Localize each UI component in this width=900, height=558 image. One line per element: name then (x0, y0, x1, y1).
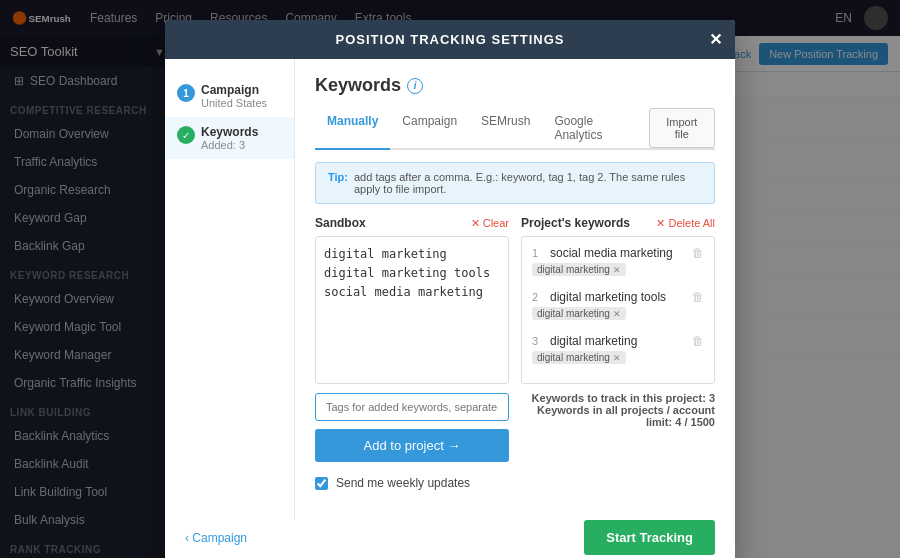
position-tracking-modal: POSITION TRACKING SETTINGS ✕ 1 Campaign … (165, 20, 735, 558)
modal-title: POSITION TRACKING SETTINGS (336, 32, 565, 47)
start-tracking-button[interactable]: Start Tracking (584, 520, 715, 555)
step-1-title: Campaign (201, 83, 267, 97)
tip-text: add tags after a comma. E.g.: keyword, t… (354, 171, 702, 195)
list-item: 1 social media marketing 🗑 digital marke… (526, 241, 710, 281)
step-1-number: 1 (177, 84, 195, 102)
send-updates-checkbox[interactable] (315, 477, 328, 490)
project-header: Project's keywords ✕ Delete All (521, 216, 715, 230)
tag-text: digital marketing (537, 352, 610, 363)
limit-count: Keywords in all projects / account limit… (521, 404, 715, 428)
step-2-info: Keywords Added: 3 (201, 125, 258, 151)
project-keywords-title: Project's keywords (521, 216, 630, 230)
modal-footer: ‹ Campaign Start Tracking (165, 520, 735, 558)
tab-google-analytics[interactable]: Google Analytics (542, 108, 648, 150)
delete-keyword-button[interactable]: 🗑 (692, 246, 704, 260)
keywords-heading: Keywords (315, 75, 401, 96)
info-icon[interactable]: i (407, 78, 423, 94)
back-to-campaign-button[interactable]: ‹ Campaign (185, 531, 247, 545)
sandbox-textarea[interactable]: digital marketing digital marketing tool… (315, 236, 509, 384)
add-to-project-button[interactable]: Add to project → (315, 429, 509, 462)
tags-input[interactable] (315, 393, 509, 421)
keyword-number: 3 (532, 335, 544, 347)
track-value: 3 (709, 392, 715, 404)
list-item: 3 digital marketing 🗑 digital marketing … (526, 329, 710, 369)
modal-body: 1 Campaign United States ✓ Keywords Adde… (165, 59, 735, 520)
keyword-text: social media marketing (550, 246, 686, 260)
keyword-text: digital marketing tools (550, 290, 686, 304)
sandbox-title: Sandbox (315, 216, 366, 230)
modal-steps: 1 Campaign United States ✓ Keywords Adde… (165, 59, 295, 520)
tip-label: Tip: (328, 171, 348, 183)
tab-semrush[interactable]: SEMrush (469, 108, 542, 150)
keyword-number: 1 (532, 247, 544, 259)
delete-all-button[interactable]: ✕ Delete All (656, 217, 715, 230)
keyword-tabs: Manually Campaign SEMrush Google Analyti… (315, 108, 715, 150)
send-updates-row: Send me weekly updates (315, 476, 715, 490)
step-1-sub: United States (201, 97, 267, 109)
sandbox-clear-button[interactable]: ✕ Clear (471, 217, 509, 230)
sandbox-area: Sandbox ✕ Clear digital marketing digita… (315, 216, 509, 462)
step-campaign[interactable]: 1 Campaign United States (165, 75, 294, 117)
project-keywords-list: 1 social media marketing 🗑 digital marke… (521, 236, 715, 384)
tab-campaign[interactable]: Campaign (390, 108, 469, 150)
step-2-check-icon: ✓ (177, 126, 195, 144)
track-label: Keywords to track in this project: (532, 392, 706, 404)
import-file-button[interactable]: Import file (649, 108, 715, 148)
keyword-tag: digital marketing ✕ (532, 307, 626, 320)
delete-keyword-button[interactable]: 🗑 (692, 290, 704, 304)
tab-manually[interactable]: Manually (315, 108, 390, 150)
delete-keyword-button[interactable]: 🗑 (692, 334, 704, 348)
step-2-title: Keywords (201, 125, 258, 139)
modal-panel: Keywords i Manually Campaign SEMrush Goo… (295, 59, 735, 520)
tip-box: Tip: add tags after a comma. E.g.: keywo… (315, 162, 715, 204)
modal-close-button[interactable]: ✕ (709, 32, 723, 48)
keyword-stats: Keywords to track in this project: 3 Key… (521, 392, 715, 428)
tag-remove-icon[interactable]: ✕ (613, 309, 621, 319)
panel-title: Keywords i (315, 75, 715, 96)
sandbox-header: Sandbox ✕ Clear (315, 216, 509, 230)
project-keywords-area: Project's keywords ✕ Delete All 1 social… (521, 216, 715, 462)
track-count: Keywords to track in this project: 3 (521, 392, 715, 404)
send-updates-label: Send me weekly updates (336, 476, 470, 490)
step-2-sub: Added: 3 (201, 139, 258, 151)
modal-overlay: POSITION TRACKING SETTINGS ✕ 1 Campaign … (0, 0, 900, 558)
tag-remove-icon[interactable]: ✕ (613, 353, 621, 363)
tag-text: digital marketing (537, 308, 610, 319)
list-item: 2 digital marketing tools 🗑 digital mark… (526, 285, 710, 325)
step-1-info: Campaign United States (201, 83, 267, 109)
keyword-text: digital marketing (550, 334, 686, 348)
keyword-number: 2 (532, 291, 544, 303)
modal-header: POSITION TRACKING SETTINGS ✕ (165, 20, 735, 59)
keyword-areas: Sandbox ✕ Clear digital marketing digita… (315, 216, 715, 462)
step-keywords[interactable]: ✓ Keywords Added: 3 (165, 117, 294, 159)
limit-value: 4 / 1500 (675, 416, 715, 428)
tag-text: digital marketing (537, 264, 610, 275)
keyword-tag: digital marketing ✕ (532, 351, 626, 364)
keyword-tag: digital marketing ✕ (532, 263, 626, 276)
tag-remove-icon[interactable]: ✕ (613, 265, 621, 275)
